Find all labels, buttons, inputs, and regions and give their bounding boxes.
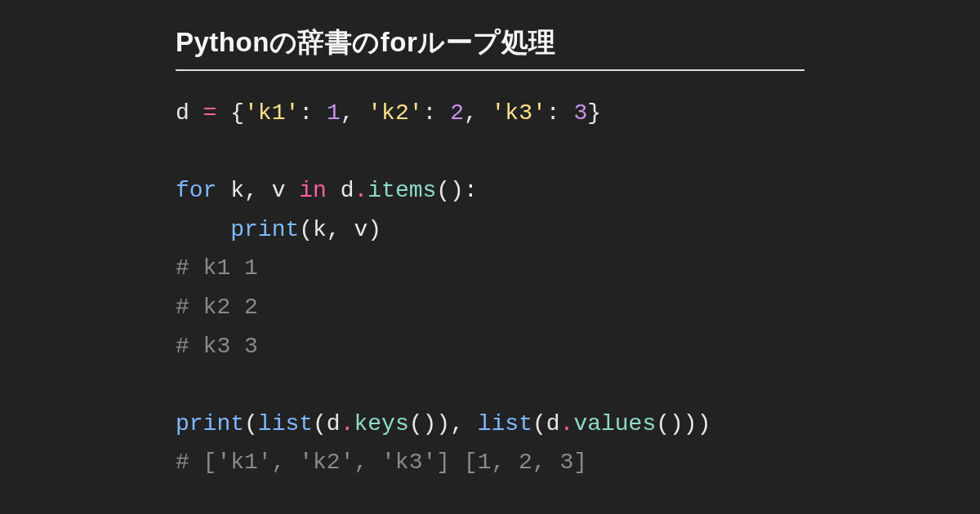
code-token-punc: ( xyxy=(313,411,327,436)
code-token-name: k xyxy=(313,217,327,242)
code-token-name: k xyxy=(216,178,244,203)
code-token-comm: # k2 2 xyxy=(176,295,258,320)
code-token-punc: : xyxy=(546,100,574,126)
code-token-punc: : xyxy=(299,100,327,126)
code-token-name: d xyxy=(327,178,354,203)
code-token-comm: # k3 3 xyxy=(176,334,258,359)
code-token-comm: # k1 1 xyxy=(176,255,258,281)
code-token-punc: : xyxy=(423,100,451,126)
code-token-punc: , xyxy=(341,100,368,126)
page-title: Pythonの辞書のforループ処理 xyxy=(176,24,804,71)
code-token-punc: ( xyxy=(532,411,546,436)
code-token-str: 'k1' xyxy=(244,100,299,126)
code-token-num: 3 xyxy=(573,100,587,126)
code-token-punc: ( xyxy=(299,217,313,242)
code-token-punc: { xyxy=(230,100,244,126)
code-token-name: d xyxy=(546,411,560,436)
code-token-punc: (): xyxy=(436,178,477,203)
document-container: Pythonの辞書のforループ処理 d = {'k1': 1, 'k2': 2… xyxy=(0,0,980,482)
code-token-punc: , xyxy=(464,100,492,126)
code-token-str: 'k3' xyxy=(492,100,546,126)
code-token-name xyxy=(464,411,478,436)
code-token-punc: , xyxy=(244,178,258,203)
code-token-name: d xyxy=(176,100,203,126)
code-token-punc: ())) xyxy=(656,411,710,436)
code-token-name xyxy=(176,217,230,242)
code-token-comm: # ['k1', 'k2', 'k3'] [1, 2, 3] xyxy=(176,450,587,475)
code-token-name xyxy=(216,100,230,126)
code-token-name: d xyxy=(327,411,341,436)
code-token-name: v xyxy=(258,178,299,203)
code-token-kw: for xyxy=(176,178,216,203)
code-block: d = {'k1': 1, 'k2': 2, 'k3': 3} for k, v… xyxy=(176,94,804,482)
code-token-str: 'k2' xyxy=(368,100,422,126)
code-token-kw: print xyxy=(230,217,299,242)
code-token-punc: ( xyxy=(244,411,258,436)
code-token-num: 1 xyxy=(327,100,341,126)
code-token-kw: list xyxy=(258,411,313,436)
code-token-op: . xyxy=(354,178,368,203)
code-token-punc: , xyxy=(450,411,464,436)
code-token-op: . xyxy=(560,411,574,436)
code-token-op: . xyxy=(341,411,354,436)
code-token-func: values xyxy=(573,411,656,436)
code-token-op: = xyxy=(203,100,217,126)
code-token-punc: , xyxy=(327,217,341,242)
code-token-num: 2 xyxy=(450,100,464,126)
code-token-kw: list xyxy=(478,411,532,436)
code-token-kw: print xyxy=(176,411,244,436)
code-token-op: in xyxy=(299,178,327,203)
code-token-punc: ()) xyxy=(409,411,450,436)
code-token-func: items xyxy=(368,178,436,203)
code-token-name: v xyxy=(341,217,368,242)
code-token-punc: ) xyxy=(368,217,381,242)
code-token-func: keys xyxy=(354,411,408,436)
code-token-punc: } xyxy=(587,100,601,126)
